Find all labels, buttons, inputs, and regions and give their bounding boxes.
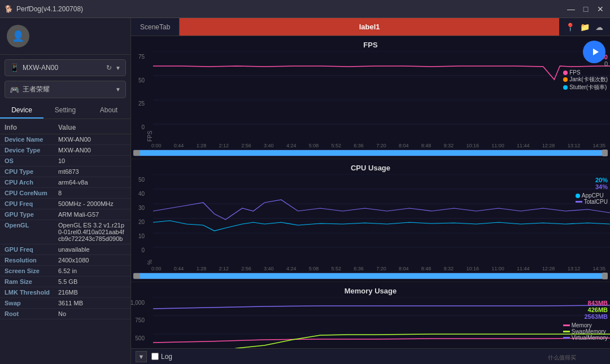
mem-y-750: 750 (135, 317, 145, 323)
info-col1-header: Info (5, 124, 58, 131)
fps-chart-section: FPS 75 50 25 0 FPS (131, 36, 610, 159)
bottom-bar: ▼ Log (131, 348, 610, 364)
minimize-button[interactable]: — (566, 4, 576, 14)
avatar: 👤 (7, 25, 29, 47)
app-selector[interactable]: 🎮 王者荣耀 ▼ (5, 81, 126, 98)
memory-legend-label: Memory (572, 322, 592, 328)
cpu-scrollbar[interactable] (133, 273, 608, 279)
info-row: GPU TypeARM Mali-G57 (0, 209, 130, 220)
cpu-xaxis: 0:000:441:282:122:563:404:245:085:526:36… (131, 265, 610, 273)
stutter-legend-dot (563, 85, 568, 90)
mem-y-1000: 1,000 (131, 300, 145, 306)
cpu-y-40: 40 (138, 191, 145, 197)
fps-chart-title: FPS (131, 38, 610, 51)
maximize-button[interactable]: □ (581, 4, 591, 14)
fps-scrollbar-left-handle[interactable] (133, 150, 140, 156)
info-row: CPU CoreNum8 (0, 188, 130, 199)
folder-icon[interactable]: 📁 (578, 21, 591, 33)
location-icon[interactable]: 📍 (564, 21, 576, 33)
info-table: Info Value Device NameMXW-AN00Device Typ… (0, 119, 130, 364)
cpu-y-axis: 50 40 30 20 10 0 (131, 174, 147, 265)
info-col2-header: Value (58, 124, 126, 131)
fps-legend-dot (563, 71, 568, 75)
info-key: CPU CoreNum (5, 190, 58, 196)
fps-scrollbar-handle[interactable] (602, 150, 608, 156)
tab-setting[interactable]: Setting (43, 103, 87, 119)
watermark: 什么值得买 (548, 354, 576, 362)
fps-y-0: 0 (141, 124, 145, 130)
app-icon: 🐕 (5, 5, 13, 13)
close-button[interactable]: ✕ (595, 4, 605, 14)
scroll-down-button[interactable]: ▼ (136, 351, 147, 362)
main-layout: 👤 📱 MXW-AN00 ↻ ▼ 🎮 王者荣耀 ▼ Device Setting… (0, 18, 610, 364)
info-key: GPU Type (5, 211, 58, 218)
device-selector[interactable]: 📱 MXW-AN00 ↻ ▼ (5, 59, 126, 76)
device-icon: 📱 (10, 63, 19, 72)
app-title: PerfDog(v4.1.200708) (16, 5, 83, 13)
info-key: LMK Threshold (5, 289, 58, 296)
info-val: OpenGL ES 3.2 v1.r21p0-01rel0.4f10a021aa… (58, 222, 126, 242)
log-checkbox[interactable] (151, 353, 159, 360)
scene-label1: label1 (180, 18, 559, 36)
device-name-label: MXW-AN00 (23, 64, 103, 72)
titlebar-left: 🐕 PerfDog(v4.1.200708) (5, 5, 83, 13)
cpu-legend: AppCPU TotalCPU (576, 192, 608, 205)
log-checkbox-label[interactable]: Log (151, 353, 172, 361)
info-val: 3611 MB (58, 300, 126, 306)
totalcpu-legend-line (576, 201, 582, 203)
info-row: Device TypeMXW-AN00 (0, 145, 130, 156)
fps-scrollbar[interactable] (133, 150, 608, 156)
fps-scrollbar-inner (133, 150, 605, 156)
app-name-label: 王者荣耀 (23, 85, 112, 94)
memory-value3: 2563MB (563, 313, 608, 320)
cpu-scrollbar-handle[interactable] (602, 273, 608, 279)
cpu-chart-right: 20% 34% AppCPU TotalCPU (576, 177, 608, 205)
cloud-icon[interactable]: ☁ (593, 21, 605, 33)
fps-legend-label: FPS (569, 69, 580, 76)
swap-legend-line (563, 331, 570, 332)
left-tabs: Device Setting About (0, 103, 130, 119)
memory-legend-swap: SwapMemory (563, 328, 608, 335)
virtual-legend-line (563, 337, 570, 339)
scene-tabbar: SceneTab label1 📍 📁 ☁ (131, 18, 610, 36)
info-row: LMK Threshold216MB (0, 287, 130, 298)
info-row: Swap3611 MB (0, 298, 130, 309)
info-row: CPU Typemt6873 (0, 166, 130, 177)
play-button[interactable] (583, 41, 605, 63)
info-val: arm64-v8a (58, 179, 126, 186)
app-dropdown-icon[interactable]: ▼ (115, 86, 121, 93)
info-val: 6.52 in (58, 267, 126, 274)
device-dropdown-icon[interactable]: ▼ (115, 65, 121, 71)
cpu-y-0: 0 (141, 247, 145, 253)
info-row: Ram Size5.5 GB (0, 277, 130, 287)
refresh-icon[interactable]: ↻ (106, 64, 112, 72)
info-row: Screen Size6.52 in (0, 266, 130, 277)
charts-container[interactable]: FPS 75 50 25 0 FPS (131, 36, 610, 348)
info-row: CPU Freq500MHz - 2000MHz (0, 199, 130, 209)
tab-device[interactable]: Device (0, 103, 43, 119)
info-row: GPU Frequnavailable (0, 244, 130, 255)
virtual-legend-label: VirtualMemory (572, 335, 608, 341)
cpu-y-label: % (147, 174, 153, 265)
info-key: Swap (5, 300, 58, 306)
cpu-scrollbar-left-handle[interactable] (133, 273, 140, 279)
cpu-chart-section: CPU Usage 50 40 30 20 10 0 % (131, 159, 610, 282)
memory-value1: 843MB (563, 300, 608, 306)
cpu-y-10: 10 (138, 233, 145, 239)
fps-y-50: 50 (138, 77, 145, 84)
info-row: CPU Archarm64-v8a (0, 177, 130, 188)
info-val: 500MHz - 2000MHz (58, 200, 126, 207)
fps-legend-fps: FPS (563, 69, 608, 76)
cpu-chart-wrapper: 50 40 30 20 10 0 % (131, 174, 610, 265)
info-rows: Device NameMXW-AN00Device TypeMXW-AN00OS… (0, 134, 130, 319)
info-val: 10 (58, 157, 126, 164)
memory-y-label: MB (147, 297, 153, 348)
left-panel: 👤 📱 MXW-AN00 ↻ ▼ 🎮 王者荣耀 ▼ Device Setting… (0, 18, 131, 364)
mem-y-500: 500 (135, 335, 145, 341)
titlebar: 🐕 PerfDog(v4.1.200708) — □ ✕ (0, 0, 610, 18)
fps-legend-stutter: Stutter(卡顿率) (563, 84, 608, 91)
info-val: unavailable (58, 246, 126, 253)
info-val: 2400x1080 (58, 257, 126, 264)
tab-about[interactable]: About (87, 103, 130, 119)
info-val: mt6873 (58, 168, 126, 175)
